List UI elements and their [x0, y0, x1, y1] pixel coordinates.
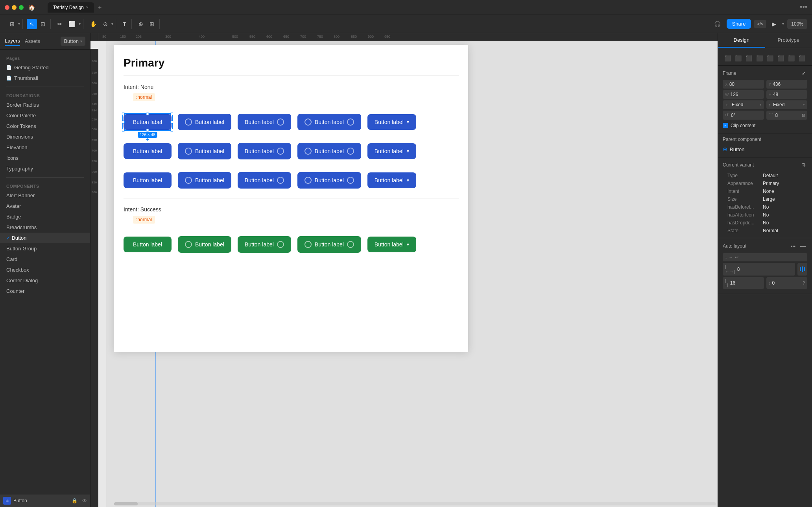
success-button-1[interactable]: Button label: [124, 237, 172, 252]
frame-section-title: Frame: [723, 70, 736, 76]
align-right-button[interactable]: ⬛: [744, 54, 754, 63]
primary-button-3[interactable]: Button label: [124, 172, 172, 188]
component-tool[interactable]: ⊕: [136, 19, 146, 29]
primary-button-dropdown-3[interactable]: Button label ▾: [367, 172, 416, 188]
ruler-v-mark: 700: [90, 142, 98, 152]
variant-options-button[interactable]: ⇅: [800, 161, 807, 169]
al-gap-icon: |←→|: [725, 265, 735, 274]
sidebar-item-card[interactable]: Card: [0, 254, 90, 265]
sidebar-item-getting-started[interactable]: 📄 Getting Started: [0, 62, 90, 73]
x-label: X: [725, 82, 728, 87]
sidebar-item-badge[interactable]: Badge: [0, 211, 90, 222]
clip-content-checkbox[interactable]: ✓: [723, 123, 728, 128]
sidebar-item-typography[interactable]: Typography: [0, 163, 90, 174]
share-button[interactable]: Share: [727, 19, 751, 29]
headphone-icon[interactable]: 🎧: [711, 19, 723, 29]
success-button-leading-icon-1[interactable]: Button label: [178, 236, 231, 253]
canvas-scrollbar-h[interactable]: [114, 502, 716, 505]
al-padding-h-input[interactable]: [730, 280, 762, 286]
sidebar-item-border-radius[interactable]: Border Radius: [0, 100, 90, 110]
sidebar-item-thumbnail[interactable]: 📄 Thumbnail: [0, 73, 90, 83]
workspace-tool[interactable]: ⊞: [7, 19, 17, 29]
panel-tab-design[interactable]: Design: [718, 33, 765, 48]
present-button[interactable]: ▶: [769, 19, 779, 29]
distribute-h-button[interactable]: ⬛: [786, 54, 796, 63]
cursor-tool[interactable]: ⊙: [100, 19, 111, 29]
primary-button-trailing-icon-3[interactable]: Button label: [238, 172, 291, 189]
primary-button-dropdown-2[interactable]: Button label ▾: [367, 143, 416, 159]
hand-tool[interactable]: ✋: [87, 19, 100, 29]
add-tab-button[interactable]: +: [96, 4, 104, 11]
primary-button-trailing-icon-1[interactable]: Button label: [238, 114, 291, 130]
al-more-button[interactable]: •••: [789, 241, 797, 251]
primary-button-leading-icon-3[interactable]: Button label: [178, 172, 231, 189]
al-padding-v-input[interactable]: [772, 280, 801, 286]
al-gap-input[interactable]: [737, 266, 793, 272]
minimize-traffic-light[interactable]: [12, 5, 17, 10]
sidebar-item-corner-dialog[interactable]: Corner Dialog: [0, 275, 90, 286]
success-button-both-icons-1[interactable]: Button label: [297, 236, 361, 253]
pen-tool[interactable]: ✏: [55, 19, 65, 29]
sidebar-item-color-tokens[interactable]: Color Tokens: [0, 121, 90, 131]
primary-button-both-icons-2[interactable]: Button label: [297, 143, 361, 159]
distribute-v-button[interactable]: ⬛: [797, 54, 807, 63]
x-input[interactable]: [729, 81, 762, 87]
corner-radius-input[interactable]: [775, 113, 801, 118]
frame-select-tool[interactable]: ⊡: [38, 19, 48, 29]
align-center-v-button[interactable]: ⬛: [765, 54, 775, 63]
sidebar-item-elevation[interactable]: Elevation: [0, 142, 90, 153]
sidebar-item-button[interactable]: ✓ Button: [0, 233, 90, 243]
primary-button-both-icons-1[interactable]: Button label: [297, 114, 361, 130]
active-tab[interactable]: Tetrisly Design ×: [48, 2, 94, 13]
canvas-scrollbar-thumb[interactable]: [114, 502, 138, 505]
al-remove-button[interactable]: —: [799, 241, 807, 251]
sidebar-item-icons[interactable]: Icons: [0, 153, 90, 163]
close-traffic-light[interactable]: [5, 5, 9, 10]
sidebar-tab-assets[interactable]: Assets: [25, 37, 40, 46]
more-options[interactable]: •••: [800, 3, 807, 11]
rotation-input[interactable]: [731, 113, 762, 118]
sidebar-item-breadcrumbs[interactable]: Breadcrumbs: [0, 222, 90, 233]
code-view-button[interactable]: </>: [754, 20, 766, 28]
y-input[interactable]: [773, 81, 805, 87]
eye-icon[interactable]: 👁: [82, 498, 87, 503]
expand-frame-button[interactable]: ⤢: [800, 69, 807, 78]
individual-corners-button[interactable]: ⊡: [802, 113, 805, 117]
align-bottom-button[interactable]: ⬛: [776, 54, 786, 63]
primary-button-leading-icon-2[interactable]: Button label: [178, 143, 231, 159]
home-button[interactable]: 🏠: [27, 3, 37, 12]
sidebar-item-avatar[interactable]: Avatar: [0, 201, 90, 211]
sidebar-item-button-group[interactable]: Button Group: [0, 243, 90, 254]
align-center-h-button[interactable]: ⬛: [733, 54, 743, 63]
primary-button-dropdown-1[interactable]: Button label ▾: [367, 114, 416, 130]
primary-button-both-icons-3[interactable]: Button label: [297, 172, 361, 189]
sidebar-item-counter[interactable]: Counter: [0, 286, 90, 296]
sidebar-item-checkbox[interactable]: Checkbox: [0, 265, 90, 275]
zoom-level[interactable]: 100%: [787, 19, 807, 29]
sidebar-item-alert-banner[interactable]: Alert Banner: [0, 190, 90, 201]
align-top-button[interactable]: ⬛: [755, 54, 764, 63]
y-field: Y: [766, 80, 808, 89]
tab-close-icon[interactable]: ×: [86, 5, 89, 9]
success-button-dropdown-1[interactable]: Button label ▾: [367, 237, 416, 252]
align-left-button[interactable]: ⬛: [723, 54, 733, 63]
select-tool[interactable]: ↖: [27, 19, 37, 29]
text-tool[interactable]: T: [120, 19, 129, 29]
primary-button-1[interactable]: Button label: [124, 114, 172, 130]
sidebar-item-dimensions[interactable]: Dimensions: [0, 131, 90, 142]
sidebar-tab-layers[interactable]: Layers: [5, 36, 20, 46]
w-input[interactable]: [730, 92, 761, 97]
primary-button-trailing-icon-2[interactable]: Button label: [238, 143, 291, 159]
success-button-trailing-icon-1[interactable]: Button label: [238, 236, 291, 253]
variant-has-after-row: hasAfterIcon No: [723, 211, 807, 219]
panel-tab-prototype[interactable]: Prototype: [765, 33, 812, 48]
canvas-content[interactable]: Primary Intent: None :normal Button labe…: [106, 41, 718, 507]
fullscreen-traffic-light[interactable]: [19, 5, 24, 10]
shape-tool[interactable]: ⬜: [66, 19, 78, 29]
sidebar-item-color-palette[interactable]: Color Palette: [0, 110, 90, 121]
primary-button-2[interactable]: Button label: [124, 143, 172, 159]
h-input[interactable]: [773, 92, 805, 97]
variant-tool[interactable]: ⊞: [147, 19, 157, 29]
al-padding-options-button[interactable]: ?: [803, 281, 805, 285]
primary-button-leading-icon-1[interactable]: Button label: [178, 114, 231, 130]
